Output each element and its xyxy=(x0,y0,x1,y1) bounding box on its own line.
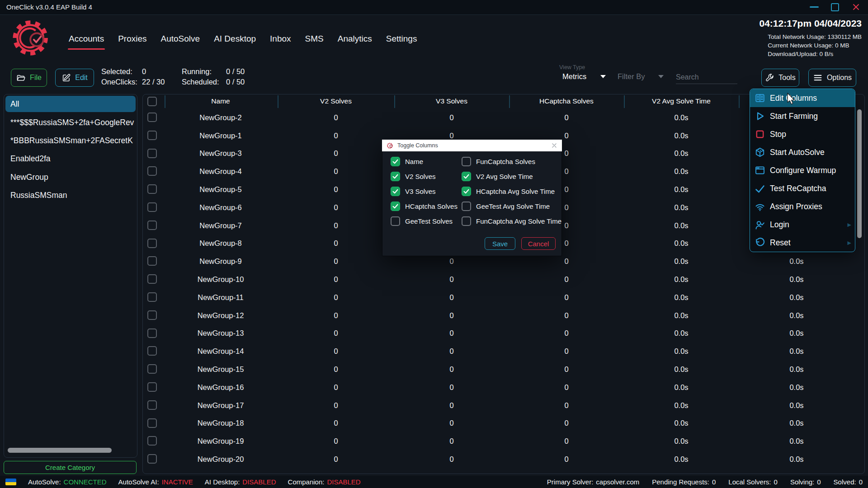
menu-item-test-recaptcha[interactable]: Test ReCaptcha xyxy=(750,179,855,197)
checked-checkbox[interactable] xyxy=(391,187,400,196)
menu-item-start-farming[interactable]: Start Farming xyxy=(750,107,855,125)
row-checkbox[interactable] xyxy=(147,382,157,392)
menu-item-reset[interactable]: Reset▶ xyxy=(750,234,855,252)
counter-label: Selected: xyxy=(101,67,142,78)
row-checkbox[interactable] xyxy=(147,364,157,374)
row-value-cell: 0 xyxy=(530,455,603,464)
sidebar-item-russiasmsman[interactable]: RussiaSMSman xyxy=(4,187,137,205)
sidebar-horizontal-scrollbar[interactable] xyxy=(8,448,112,453)
checked-checkbox[interactable] xyxy=(391,202,400,211)
row-value-cell: 0 xyxy=(415,329,488,338)
tab-settings[interactable]: Settings xyxy=(386,34,417,44)
row-name-cell: NewGroup-13 xyxy=(171,329,270,338)
tab-analytics[interactable]: Analytics xyxy=(338,34,372,44)
row-name-cell: NewGroup-8 xyxy=(171,239,270,248)
view-type-value: Metrics xyxy=(562,72,586,81)
row-checkbox[interactable] xyxy=(147,239,157,248)
menu-item-configure-warmup[interactable]: Configure Warmup xyxy=(750,161,855,179)
search-input[interactable] xyxy=(676,71,737,84)
sidebar-item-newgroup[interactable]: NewGroup xyxy=(4,168,137,186)
menu-item-stop[interactable]: Stop xyxy=(750,125,855,143)
checked-checkbox[interactable] xyxy=(462,172,471,181)
options-button[interactable]: Options xyxy=(808,69,856,87)
tab-sms[interactable]: SMS xyxy=(305,34,324,44)
sidebar-item-bbbrussiasmsman-2fasecretk[interactable]: *BBBRussiaSMSman+2FASecretK xyxy=(4,131,137,150)
table-row: NewGroup-180000.0s0.0s xyxy=(143,414,864,432)
tab-ai-desktop[interactable]: AI Desktop xyxy=(214,34,256,44)
create-category-button[interactable]: Create Category xyxy=(4,461,137,474)
row-checkbox[interactable] xyxy=(147,202,157,212)
maximize-button[interactable] xyxy=(825,0,845,14)
filter-by-select[interactable]: Filter By xyxy=(618,72,664,81)
row-value-cell: 0 xyxy=(415,437,488,446)
tab-accounts[interactable]: Accounts xyxy=(69,34,104,44)
column-header-name[interactable]: Name xyxy=(171,97,270,105)
row-value-cell: 0 xyxy=(300,383,372,391)
clock: 04:12:17pm 04/04/2023 xyxy=(760,18,862,29)
column-header-v2-solves[interactable]: V2 Solves xyxy=(286,97,386,105)
edit-button[interactable]: Edit xyxy=(55,69,94,87)
column-header-v2-avg-solve-time[interactable]: V2 Avg Solve Time xyxy=(632,97,731,105)
tab-inbox[interactable]: Inbox xyxy=(270,34,291,44)
user-check-icon xyxy=(755,220,765,230)
save-button[interactable]: Save xyxy=(485,237,515,250)
menu-item-edit-columns[interactable]: Edit Columns xyxy=(750,89,855,107)
modal-close-button[interactable] xyxy=(551,142,557,149)
checked-checkbox[interactable] xyxy=(391,157,400,166)
row-checkbox[interactable] xyxy=(147,149,157,158)
row-name-cell: NewGroup-5 xyxy=(171,185,270,194)
row-checkbox[interactable] xyxy=(147,436,157,446)
row-checkbox[interactable] xyxy=(147,310,157,320)
menu-item-assign-proxies[interactable]: Assign Proxies xyxy=(750,198,855,216)
row-checkbox[interactable] xyxy=(147,113,157,122)
column-header-hcaptcha-solves[interactable]: HCaptcha Solves xyxy=(517,97,616,105)
network-stats: Total Network Usage: 1330112 MBCurrent N… xyxy=(768,33,862,58)
row-value-cell: 0 xyxy=(530,275,603,284)
table-vertical-scrollbar[interactable] xyxy=(857,109,862,238)
sidebar-item-enabled2fa[interactable]: Enabled2fa xyxy=(4,150,137,168)
row-value-cell: 0.0s xyxy=(760,365,833,374)
tools-button[interactable]: Tools xyxy=(761,69,799,87)
row-value-cell: 0 xyxy=(530,419,603,427)
row-name-cell: NewGroup-17 xyxy=(171,401,270,409)
cancel-button[interactable]: Cancel xyxy=(521,237,556,250)
view-type-select[interactable]: Metrics xyxy=(562,72,606,81)
network-stat-value: 1330112 MB xyxy=(827,33,862,40)
row-checkbox[interactable] xyxy=(147,400,157,410)
row-checkbox[interactable] xyxy=(147,328,157,338)
sidebar-item-all[interactable]: All xyxy=(5,96,136,112)
row-checkbox[interactable] xyxy=(147,454,157,464)
checked-checkbox[interactable] xyxy=(462,187,471,196)
unchecked-checkbox[interactable] xyxy=(462,216,471,226)
sidebar-item-russiasms-2fa-googlerev[interactable]: ***$$$RussiaSMS+2fa+GoogleRev xyxy=(4,113,137,131)
menu-item-start-autosolve[interactable]: Start AutoSolve xyxy=(750,143,855,161)
select-all-checkbox[interactable] xyxy=(147,97,157,106)
tab-proxies[interactable]: Proxies xyxy=(118,34,146,44)
row-checkbox[interactable] xyxy=(147,346,157,356)
tab-autosolve[interactable]: AutoSolve xyxy=(161,34,200,44)
row-checkbox[interactable] xyxy=(147,221,157,230)
row-checkbox[interactable] xyxy=(147,166,157,176)
unchecked-checkbox[interactable] xyxy=(462,157,471,166)
row-value-cell: 0 xyxy=(300,401,372,409)
row-name-cell: NewGroup-15 xyxy=(171,365,270,374)
check-icon xyxy=(755,183,765,194)
unchecked-checkbox[interactable] xyxy=(391,216,400,226)
checked-checkbox[interactable] xyxy=(391,172,400,181)
close-button[interactable] xyxy=(845,0,866,14)
unchecked-checkbox[interactable] xyxy=(462,202,471,211)
row-checkbox[interactable] xyxy=(147,184,157,194)
menu-item-login[interactable]: Login▶ xyxy=(750,216,855,234)
row-value-cell: 0 xyxy=(300,437,372,446)
minimize-button[interactable] xyxy=(804,0,825,14)
row-checkbox[interactable] xyxy=(147,292,157,302)
row-value-cell: 0.0s xyxy=(760,293,833,301)
modal-title-bar: Toggle Columns xyxy=(382,140,562,151)
row-checkbox[interactable] xyxy=(147,131,157,140)
table-row: NewGroup-120000.0s0.0s xyxy=(143,306,864,324)
row-checkbox[interactable] xyxy=(147,256,157,266)
row-checkbox[interactable] xyxy=(147,274,157,284)
column-header-v3-solves[interactable]: V3 Solves xyxy=(402,97,501,105)
row-checkbox[interactable] xyxy=(147,418,157,428)
file-button[interactable]: File xyxy=(11,69,47,87)
